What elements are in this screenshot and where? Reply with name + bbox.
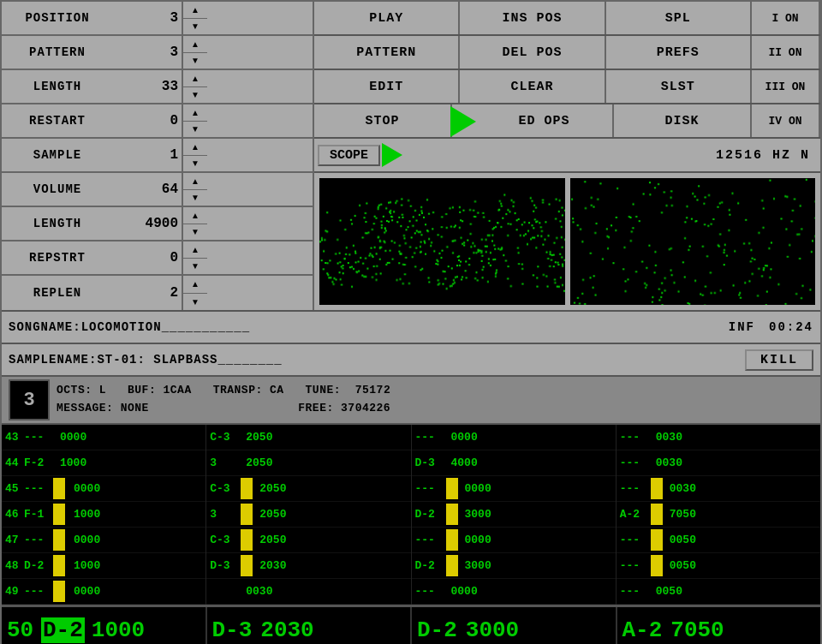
row-note: F-1 [24,508,55,521]
restart-down[interactable] [183,122,207,138]
btn-row-4: STOP ED OPS DISK IV ON [314,104,820,139]
pattern-button[interactable]: PATTERN [314,36,460,69]
row-number: 47 [5,534,24,546]
pattern-up[interactable] [183,36,207,53]
on-indicator-3[interactable]: III ON [752,70,820,103]
volume-bar [53,504,65,525]
replen-up[interactable] [183,276,207,294]
volume-down[interactable] [183,190,207,206]
sample-length-stepper[interactable] [182,207,207,240]
row-volume: 0030 [246,585,272,598]
repstrt-stepper[interactable] [182,242,207,274]
volume-bar [241,478,253,499]
status-bar: 3 OCTS: L BUF: 1CAA TRANSP: CA TUNE: 751… [2,377,820,425]
volume-bar [241,555,253,576]
volume-bar [446,555,458,576]
replen-down[interactable] [183,294,207,311]
track-row: 48D-21000 [2,553,206,579]
ed-ops-button[interactable]: ED OPS [476,104,614,137]
length-stepper[interactable] [182,70,207,103]
volume-up[interactable] [183,173,207,190]
replen-row: REPLEN 2 [2,276,314,310]
volume-bar [53,555,65,576]
sample-length-up[interactable] [183,207,207,224]
play-button[interactable]: PLAY [314,2,460,34]
pattern-row: PATTERN 3 [2,36,314,70]
waveform-area [314,173,820,310]
restart-up[interactable] [183,104,207,122]
row-volume: 2050 [246,456,272,469]
octs-label: OCTS: L [57,384,106,397]
bottom-track-1-note: D-2 [41,617,85,643]
row-volume: 0030 [656,431,682,444]
repstrt-down[interactable] [183,259,207,275]
track-row: ---0050 [616,528,820,553]
track-row: ---0030 [616,476,820,502]
sample-row: SAMPLE 1 [2,139,314,173]
position-value: 3 [113,10,182,26]
row-note: D-3 [210,559,241,572]
bottom-track-4: A-2 7050 [617,607,821,644]
position-down[interactable] [183,19,207,35]
sample-length-down[interactable] [183,224,207,241]
track-row: ---0000 [412,528,616,553]
row-note: C-3 [210,431,241,444]
length-label: LENGTH [2,78,113,95]
length-down[interactable] [183,87,207,104]
row-volume: 0000 [451,585,478,598]
row-number: 49 [5,585,24,598]
kill-button[interactable]: KILL [745,349,813,371]
row-note: --- [415,585,446,598]
track-row: D-23000 [412,553,616,579]
position-stepper[interactable] [182,2,207,34]
pattern-label: PATTERN [2,44,113,61]
position-up[interactable] [183,2,207,19]
message-label: MESSAGE: NONE [57,402,149,414]
slst-button[interactable]: SLST [606,70,752,103]
row-volume: 0000 [74,482,100,495]
on-indicator-1[interactable]: I ON [752,2,820,34]
on-indicator-4[interactable]: IV ON [752,104,820,137]
volume-stepper[interactable] [182,173,207,206]
ins-pos-button[interactable]: INS POS [460,2,605,34]
row-volume: 2050 [259,508,286,521]
pattern-down[interactable] [183,53,207,69]
edit-button[interactable]: EDIT [314,70,460,103]
status-text: OCTS: L BUF: 1CAA TRANSP: CA TUNE: 75172… [57,382,390,418]
sample-down[interactable] [183,156,207,172]
btn-row-1: PLAY INS POS SPL I ON [314,2,820,36]
row-number: 48 [5,559,24,572]
row-note: --- [24,534,55,546]
on-indicator-2[interactable]: II ON [752,36,820,69]
stop-button[interactable]: STOP [314,104,452,137]
row-volume: 0050 [656,585,682,598]
replen-stepper[interactable] [182,276,207,310]
restart-row: RESTART 0 [2,104,314,139]
bottom-track-1-vol: 1000 [92,617,145,643]
clear-button[interactable]: CLEAR [460,70,605,103]
waveform-right [570,178,816,305]
track-row: C-32050 [206,528,410,553]
prefs-button[interactable]: PREFS [606,36,752,69]
length-up[interactable] [183,70,207,87]
replen-label: REPLEN [2,284,113,301]
bottom-track-4-note: A-2 [622,617,663,643]
scope-arrow-icon [382,143,402,167]
spl-button[interactable]: SPL [606,2,752,34]
restart-stepper[interactable] [182,104,207,137]
disk-button[interactable]: DISK [614,104,752,137]
scope-button[interactable]: SCOPE [318,145,380,166]
pattern-stepper[interactable] [182,36,207,69]
track-row: ---0030 [616,450,820,476]
volume-bar [53,529,65,551]
volume-bar [446,529,458,551]
del-pos-button[interactable]: DEL POS [460,36,605,69]
restart-value: 0 [113,113,182,128]
row-volume: 0000 [465,482,491,495]
repstrt-up[interactable] [183,242,207,259]
row-volume: 0000 [465,534,491,546]
sample-stepper[interactable] [182,139,207,171]
samplename-label: SAMPLENAME: [9,353,97,367]
sample-up[interactable] [183,139,207,156]
track-row: D-34000 [412,450,616,476]
